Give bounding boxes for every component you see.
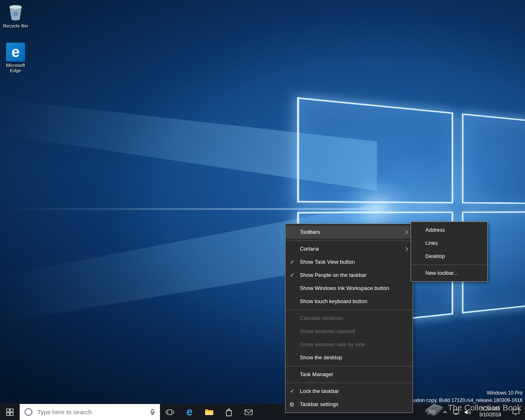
menu-item-label: Cascade windows (300, 315, 343, 321)
task-view-icon (166, 409, 174, 415)
system-tray: 9:24 AM 3/10/2018 (423, 404, 525, 420)
edge-icon: e (186, 406, 192, 418)
menu-item-show-windows-side-by-side: Show windows side by side (285, 338, 413, 351)
network-button[interactable] (450, 404, 462, 420)
menu-item-label: Taskbar settings (300, 401, 338, 407)
toolbars-submenu-body: AddressLinksDesktopNew toolbar... (411, 224, 487, 280)
menu-separator (286, 240, 412, 241)
watermark-evaluation-build: Evaluation copy. Build 17120.rs4_release… (402, 397, 523, 403)
menu-item-label: Show windows stacked (300, 328, 355, 334)
checkmark-icon: ✓ (290, 269, 294, 282)
desktop-icon-label: Recycle Bin (0, 23, 31, 29)
action-center-button[interactable] (507, 404, 525, 420)
menu-separator (286, 366, 412, 366)
menu-item-show-people-on-the-taskbar[interactable]: ✓Show People on the taskbar (285, 269, 413, 282)
wallpaper-vignette (0, 0, 525, 420)
menu-item-label: Address (425, 227, 445, 233)
task-view-button[interactable] (160, 404, 180, 420)
cortana-icon (25, 408, 32, 416)
chevron-up-icon (443, 410, 447, 414)
file-explorer-icon (205, 409, 214, 416)
people-button[interactable] (423, 404, 440, 420)
menu-item-label: Links (425, 240, 438, 246)
windows-logo-icon (6, 409, 14, 416)
clock-date: 3/10/2018 (479, 412, 501, 418)
submenu-arrow-icon (404, 247, 408, 251)
menu-item-links[interactable]: Links (411, 237, 487, 250)
file-explorer-button[interactable] (199, 404, 219, 420)
gear-icon: ⚙ (289, 398, 294, 411)
menu-item-label: Toolbars (300, 229, 320, 235)
menu-item-label: Show People on the taskbar (300, 272, 367, 278)
clock-time: 9:24 AM (481, 406, 499, 412)
menu-item-task-manager[interactable]: Task Manager (285, 368, 413, 381)
hidden-icons-button[interactable] (440, 404, 450, 420)
volume-button[interactable] (462, 404, 473, 420)
taskbar: e (0, 404, 525, 420)
action-center-icon (512, 409, 520, 415)
network-icon (453, 409, 460, 415)
menu-item-label: Show touch keyboard button (300, 298, 368, 304)
menu-item-label: Show Task View button (300, 259, 355, 265)
taskbar-edge-button[interactable]: e (180, 404, 199, 420)
menu-item-label: Lock the taskbar (300, 388, 339, 394)
menu-item-show-windows-ink-workspace-button[interactable]: Show Windows Ink Workspace button (285, 282, 413, 295)
menu-item-cascade-windows: Cascade windows (285, 312, 413, 325)
speaker-icon (464, 409, 471, 415)
menu-item-label: Desktop (425, 253, 445, 259)
menu-item-label: Task Manager (300, 371, 333, 377)
start-button[interactable] (0, 404, 20, 420)
mail-icon (244, 409, 253, 415)
menu-item-label: New toolbar... (425, 270, 458, 276)
microphone-icon[interactable] (149, 408, 156, 416)
menu-item-address[interactable]: Address (411, 224, 487, 237)
search-input[interactable] (37, 409, 149, 415)
store-icon (225, 408, 233, 416)
checkmark-icon: ✓ (290, 256, 294, 269)
menu-item-new-toolbar[interactable]: New toolbar... (411, 267, 487, 280)
menu-separator (286, 383, 412, 383)
menu-item-label: Show the desktop (300, 354, 342, 361)
menu-item-desktop[interactable]: Desktop (411, 250, 487, 263)
menu-item-label: Show windows side by side (300, 341, 365, 347)
people-icon (427, 409, 436, 415)
wallpaper (0, 0, 525, 420)
menu-separator (411, 265, 487, 265)
taskbar-context-menu: ToolbarsCortana✓Show Task View button✓Sh… (285, 224, 413, 413)
menu-item-lock-the-taskbar[interactable]: ✓Lock the taskbar (285, 385, 413, 398)
edge-icon: e (0, 42, 31, 62)
menu-separator (286, 310, 412, 310)
desktop-icon-recycle-bin[interactable]: ♻ Recycle Bin (0, 2, 31, 29)
svg-text:♻: ♻ (13, 11, 18, 17)
menu-item-show-touch-keyboard-button[interactable]: Show touch keyboard button (285, 295, 413, 308)
microsoft-store-button[interactable] (219, 404, 239, 420)
desktop-icon-label: Microsoft Edge (0, 63, 31, 73)
menu-item-taskbar-settings[interactable]: ⚙Taskbar settings (285, 398, 413, 411)
menu-item-toolbars[interactable]: Toolbars (285, 226, 413, 239)
menu-item-label: Cortana (300, 246, 319, 252)
taskbar-search-box[interactable] (20, 404, 160, 420)
recycle-bin-icon: ♻ (0, 2, 31, 22)
menu-item-show-task-view-button[interactable]: ✓Show Task View button (285, 256, 413, 269)
watermark-windows-edition: Windows 10 Pro (487, 390, 523, 396)
desktop-icon-microsoft-edge[interactable]: e Microsoft Edge (0, 42, 31, 73)
taskbar-clock[interactable]: 9:24 AM 3/10/2018 (473, 404, 507, 420)
menu-item-label: Show Windows Ink Workspace button (300, 285, 389, 291)
mail-button[interactable] (239, 404, 258, 420)
menu-item-cortana[interactable]: Cortana (285, 242, 413, 256)
checkmark-icon: ✓ (290, 385, 294, 398)
menu-item-show-the-desktop[interactable]: Show the desktop (285, 351, 413, 364)
taskbar-context-menu-body: ToolbarsCortana✓Show Task View button✓Sh… (285, 226, 413, 411)
menu-item-show-windows-stacked: Show windows stacked (285, 325, 413, 338)
toolbars-submenu: AddressLinksDesktopNew toolbar... (411, 221, 488, 282)
submenu-arrow-icon (404, 230, 408, 234)
